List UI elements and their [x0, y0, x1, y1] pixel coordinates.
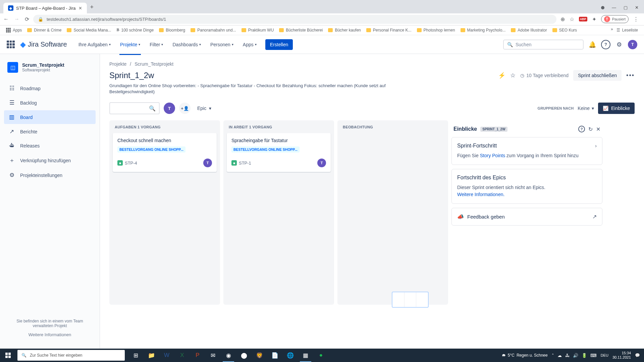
zoom-icon[interactable]: ⊕: [560, 16, 565, 22]
bookmark-item[interactable]: Bücherliste Bücherei: [277, 27, 325, 34]
bookmark-item[interactable]: Bloomberg: [157, 27, 187, 34]
project-header[interactable]: ◫ Scrum_Testprojekt Softwareprojekt: [4, 62, 96, 78]
board-column-todo[interactable]: AUFGABEN 1 VORGANG Checkout schnell mach…: [109, 120, 220, 305]
bookmark-item[interactable]: SEO Kurs: [550, 27, 579, 34]
sidebar-add-link[interactable]: ＋Verknüpfung hinzufügen: [4, 153, 96, 168]
issue-card[interactable]: Checkout schnell machen BESTELLVORGANG O…: [113, 133, 217, 172]
app-switcher-icon[interactable]: [7, 41, 15, 49]
word-icon[interactable]: W: [159, 349, 174, 362]
sidebar-backlog[interactable]: ☰Backlog: [4, 96, 96, 110]
bookmark-item[interactable]: Social Media Mana...: [65, 27, 113, 34]
issue-key[interactable]: STP-4: [125, 161, 137, 166]
tray-overflow-icon[interactable]: ˄: [552, 353, 554, 358]
sprint-progress-card[interactable]: Sprint-Fortschritt › Fügen Sie Story Poi…: [451, 137, 602, 165]
brave-icon[interactable]: 🦁: [252, 349, 267, 362]
apps-shortcut[interactable]: Apps: [4, 27, 24, 34]
story-points-link[interactable]: Story Points: [480, 153, 505, 158]
group-by-dropdown[interactable]: Keine ▾: [578, 106, 594, 111]
insights-button[interactable]: 📈 Einblicke: [598, 103, 635, 114]
bookmark-item[interactable]: Marketing Psycholo...: [459, 27, 508, 34]
sidebar-releases[interactable]: ⛴Releases: [4, 139, 96, 153]
help-icon[interactable]: ?: [601, 40, 610, 49]
global-search[interactable]: 🔍 Suchen: [503, 40, 584, 50]
chrome-icon[interactable]: ◉: [221, 349, 236, 362]
quick-add-placeholder[interactable]: [392, 292, 429, 308]
nav-your-work[interactable]: Ihre Aufgaben▾: [75, 40, 114, 49]
app-icon[interactable]: ▦: [298, 349, 313, 362]
maximize-button[interactable]: ▢: [624, 5, 628, 10]
epic-tag[interactable]: BESTELLVORGANG ONLINE SHOPP...: [231, 146, 300, 153]
more-info-link[interactable]: Weitere Informationen.: [457, 192, 504, 197]
more-actions-icon[interactable]: •••: [626, 72, 635, 79]
onedrive-icon[interactable]: ☁: [557, 353, 562, 358]
minimize-button[interactable]: —: [612, 5, 616, 10]
footer-more-info-link[interactable]: Weitere Informationen: [7, 332, 92, 337]
profile-paused-chip[interactable]: T Pausiert: [601, 15, 629, 23]
bookmarks-overflow-icon[interactable]: »: [611, 27, 613, 34]
task-view-icon[interactable]: ⊞: [128, 349, 144, 362]
bookmark-item[interactable]: Bücher kaufen: [326, 27, 363, 34]
feedback-card[interactable]: 📣 Feedback geben ↗: [451, 208, 602, 226]
add-people-button[interactable]: +👤: [179, 103, 191, 114]
mail-icon[interactable]: ✉: [205, 349, 221, 362]
edge-icon[interactable]: 🌐: [282, 349, 298, 362]
breadcrumb-projects[interactable]: Projekte: [109, 61, 126, 67]
action-center-icon[interactable]: 💬: [635, 353, 640, 358]
assignee-avatar[interactable]: T: [203, 159, 212, 167]
nav-filters[interactable]: Filter▾: [146, 40, 166, 49]
browser-tab[interactable]: ◆ STP Board – Agile-Board - Jira ✕: [3, 3, 87, 13]
nav-apps[interactable]: Apps▾: [239, 40, 260, 49]
board-column-observation[interactable]: BEOBACHTUNG: [337, 120, 448, 305]
start-button[interactable]: [0, 349, 16, 362]
forward-button[interactable]: →: [14, 16, 19, 22]
assignee-filter-avatar[interactable]: T: [164, 103, 175, 114]
obs-icon[interactable]: ⬤: [236, 349, 252, 362]
battery-icon[interactable]: 🔋: [582, 353, 587, 358]
breadcrumb-project-name[interactable]: Scrum_Testprojekt: [135, 61, 173, 67]
nav-projects[interactable]: Projekte▾: [117, 40, 144, 49]
notifications-icon[interactable]: 🔔: [588, 40, 597, 49]
powerpoint-icon[interactable]: P: [190, 349, 205, 362]
profile-avatar[interactable]: T: [628, 40, 637, 49]
board-column-in-progress[interactable]: IN ARBEIT 1 VORGANG Spracheingabe für Ta…: [223, 120, 334, 305]
bookmark-item[interactable]: Personal Finance K...: [364, 27, 414, 34]
automation-icon[interactable]: ⚡: [498, 72, 505, 79]
issue-key[interactable]: STP-1: [239, 161, 251, 166]
notepad-icon[interactable]: 📄: [267, 349, 282, 362]
assignee-avatar[interactable]: T: [317, 159, 326, 167]
account-dot-icon[interactable]: [601, 6, 604, 9]
tab-close-icon[interactable]: ✕: [78, 6, 82, 11]
refresh-icon[interactable]: ↻: [588, 126, 593, 132]
back-button[interactable]: ←: [3, 16, 9, 22]
nav-dashboards[interactable]: Dashboards▾: [169, 40, 204, 49]
board-search[interactable]: 🔍: [109, 102, 160, 114]
star-icon[interactable]: ☆: [510, 72, 516, 79]
spotify-icon[interactable]: ●: [313, 349, 329, 362]
create-button[interactable]: Erstellen: [265, 39, 293, 50]
bookmark-item[interactable]: Dinner & Crime: [25, 27, 63, 34]
file-explorer-icon[interactable]: 📁: [144, 349, 159, 362]
close-insights-icon[interactable]: ✕: [596, 126, 600, 132]
kebab-menu-icon[interactable]: ⋮: [633, 16, 639, 22]
sidebar-board[interactable]: ▥Board: [4, 110, 96, 124]
network-icon[interactable]: 🖧: [565, 353, 570, 358]
close-window-button[interactable]: ✕: [635, 5, 639, 10]
complete-sprint-button[interactable]: Sprint abschließen: [573, 70, 622, 81]
bookmark-star-icon[interactable]: ☆: [570, 16, 574, 22]
sidebar-project-settings[interactable]: ⚙Projekteinstellungen: [4, 168, 96, 182]
extensions-icon[interactable]: ✦: [592, 16, 596, 22]
taskbar-search[interactable]: 🔍 Zur Suche Text hier eingeben: [17, 350, 125, 361]
volume-icon[interactable]: 🔊: [573, 353, 578, 358]
epic-tag[interactable]: BESTELLVORGANG ONLINE SHOPP...: [117, 146, 185, 153]
insights-help-icon[interactable]: ?: [578, 126, 585, 132]
language-indicator[interactable]: DEU: [601, 353, 608, 357]
bookmark-item[interactable]: Photoshop lernen: [415, 27, 457, 34]
reload-button[interactable]: ⟳: [25, 16, 29, 22]
bookmark-item[interactable]: B100 schöne Dinge: [114, 26, 156, 34]
weather-widget[interactable]: 🌧 5°C Regen u. Schnee: [502, 353, 548, 358]
reading-list-button[interactable]: ☰Leseliste: [614, 27, 640, 34]
abp-extension-icon[interactable]: ABP: [579, 17, 587, 21]
epic-filter-dropdown[interactable]: Epic ▾: [195, 106, 214, 111]
bookmark-item[interactable]: Adobe Illustrator: [509, 27, 549, 34]
clock[interactable]: 15:34 30.11.2021: [612, 351, 631, 360]
